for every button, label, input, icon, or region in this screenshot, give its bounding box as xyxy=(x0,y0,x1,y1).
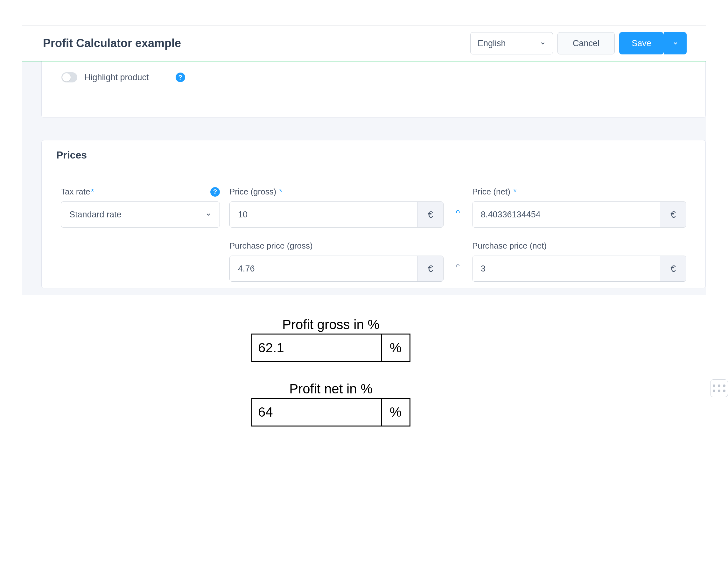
profit-gross-value: 62.1 xyxy=(252,334,381,361)
save-button-label: Save xyxy=(631,39,651,48)
page-title: Profit Calculator example xyxy=(43,36,181,50)
percent-suffix: % xyxy=(381,399,410,426)
tax-rate-value: Standard rate xyxy=(69,210,122,220)
profit-net-block: Profit net in % 64 % xyxy=(251,381,706,427)
currency-suffix: € xyxy=(660,256,686,281)
purchase-net-label: Purchase price (net) xyxy=(472,241,686,251)
tax-rate-label: Tax rate* xyxy=(61,187,94,197)
header-bar: Profit Calculator example English Cancel… xyxy=(22,26,706,61)
lock-closed-icon[interactable] xyxy=(454,209,462,219)
drag-handle-icon[interactable] xyxy=(710,379,728,397)
language-select-value: English xyxy=(477,39,506,48)
language-select[interactable]: English xyxy=(470,32,553,54)
percent-suffix: % xyxy=(381,334,410,361)
tax-rate-select[interactable]: Standard rate xyxy=(61,201,220,228)
prices-card: Prices Tax rate* Standard rate xyxy=(41,140,706,288)
chevron-down-icon xyxy=(673,41,678,46)
price-gross-label: Price (gross) * xyxy=(229,187,444,197)
purchase-gross-input[interactable] xyxy=(230,256,417,281)
price-net-input[interactable] xyxy=(472,202,660,227)
help-icon[interactable] xyxy=(176,73,185,82)
save-button-dropdown[interactable] xyxy=(664,32,687,54)
profit-net-value: 64 xyxy=(252,399,381,426)
price-gross-input[interactable] xyxy=(230,202,417,227)
currency-suffix: € xyxy=(417,256,443,281)
currency-suffix: € xyxy=(660,202,686,227)
svg-rect-1 xyxy=(455,267,461,272)
purchase-gross-label: Purchase price (gross) xyxy=(229,241,444,251)
chevron-down-icon xyxy=(206,212,211,218)
currency-suffix: € xyxy=(417,202,443,227)
prices-section-title: Prices xyxy=(42,141,705,170)
purchase-net-input[interactable] xyxy=(472,256,660,281)
highlight-toggle[interactable] xyxy=(61,72,77,82)
svg-rect-0 xyxy=(455,213,461,218)
highlight-label: Highlight product xyxy=(84,73,149,82)
profit-gross-block: Profit gross in % 62.1 % xyxy=(251,317,706,362)
lock-open-icon[interactable] xyxy=(454,263,462,273)
highlight-card: Highlight product xyxy=(41,61,706,118)
save-button[interactable]: Save xyxy=(619,32,664,54)
cancel-button[interactable]: Cancel xyxy=(557,32,615,54)
cancel-button-label: Cancel xyxy=(573,39,599,48)
chevron-down-icon xyxy=(540,41,546,46)
help-icon[interactable] xyxy=(210,187,220,197)
price-net-label: Price (net) * xyxy=(472,187,686,197)
profit-net-title: Profit net in % xyxy=(251,381,411,397)
profit-gross-title: Profit gross in % xyxy=(251,317,411,332)
